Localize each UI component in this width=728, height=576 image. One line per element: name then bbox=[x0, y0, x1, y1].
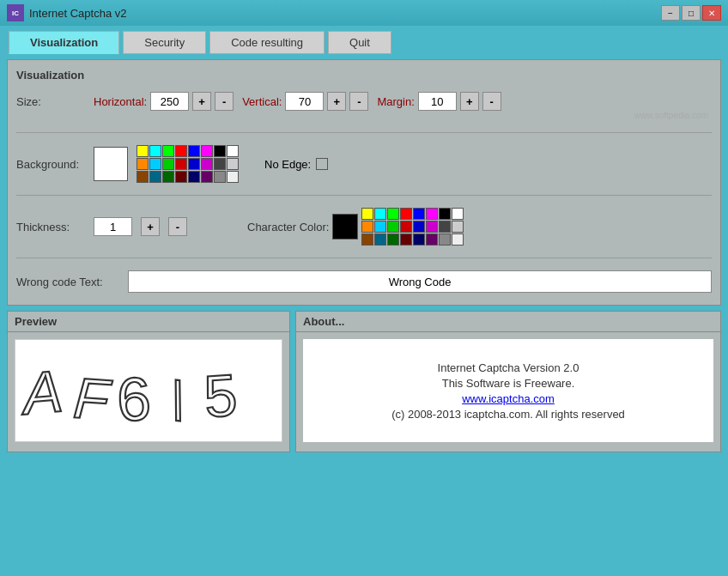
color-cell[interactable] bbox=[188, 145, 200, 157]
color-cell[interactable] bbox=[400, 208, 412, 220]
background-row: Background: No Edge: bbox=[16, 145, 712, 183]
color-cell[interactable] bbox=[374, 221, 386, 233]
color-cell[interactable] bbox=[162, 158, 174, 170]
title-bar: IC Internet Captcha v2 − □ ✕ bbox=[0, 0, 728, 26]
background-palette[interactable] bbox=[136, 145, 239, 183]
about-inner: Internet Captcha Version 2.0 This Softwa… bbox=[303, 339, 713, 442]
color-cell[interactable] bbox=[400, 233, 412, 246]
color-cell[interactable] bbox=[175, 145, 187, 157]
thickness-input[interactable] bbox=[94, 217, 132, 236]
horizontal-label: Horizontal: bbox=[94, 95, 147, 108]
vertical-label: Vertical: bbox=[242, 95, 282, 108]
margin-input[interactable] bbox=[418, 92, 457, 111]
color-cell[interactable] bbox=[214, 145, 226, 157]
tab-quit[interactable]: Quit bbox=[328, 31, 391, 54]
thickness-plus[interactable]: + bbox=[141, 217, 160, 236]
wrong-code-row: Wrong code Text: bbox=[16, 270, 712, 293]
background-label: Background: bbox=[16, 158, 85, 171]
preview-panel: Preview A F 6 \ 5 bbox=[7, 311, 290, 452]
vertical-plus[interactable]: + bbox=[327, 92, 346, 111]
color-cell[interactable] bbox=[439, 208, 451, 220]
color-cell[interactable] bbox=[162, 171, 174, 183]
color-cell[interactable] bbox=[387, 233, 399, 246]
maximize-button[interactable]: □ bbox=[682, 5, 701, 21]
horizontal-minus[interactable]: - bbox=[215, 92, 234, 111]
color-cell[interactable] bbox=[149, 171, 161, 183]
tab-visualization[interactable]: Visualization bbox=[9, 31, 119, 54]
color-cell[interactable] bbox=[188, 158, 200, 170]
color-cell[interactable] bbox=[374, 208, 386, 220]
color-cell[interactable] bbox=[162, 145, 174, 157]
color-cell[interactable] bbox=[188, 171, 200, 183]
svg-text:6: 6 bbox=[115, 364, 152, 434]
no-edge-label: No Edge: bbox=[264, 158, 311, 171]
color-cell[interactable] bbox=[175, 171, 187, 183]
color-cell[interactable] bbox=[426, 208, 438, 220]
color-cell[interactable] bbox=[201, 171, 213, 183]
title-bar-left: IC Internet Captcha v2 bbox=[7, 4, 126, 21]
color-cell[interactable] bbox=[426, 221, 438, 233]
wrong-code-input[interactable] bbox=[128, 270, 712, 293]
color-cell[interactable] bbox=[452, 221, 464, 233]
about-link[interactable]: www.icaptcha.com bbox=[462, 392, 555, 405]
char-color-swatch[interactable] bbox=[332, 214, 358, 239]
char-color-label: Character Color: bbox=[247, 221, 329, 233]
tab-code-resulting[interactable]: Code resulting bbox=[209, 31, 325, 54]
color-cell[interactable] bbox=[149, 145, 161, 157]
wrong-code-label: Wrong code Text: bbox=[16, 276, 119, 288]
color-cell[interactable] bbox=[227, 171, 239, 183]
color-cell[interactable] bbox=[387, 221, 399, 233]
color-cell[interactable] bbox=[413, 233, 425, 246]
thickness-label: Thickness: bbox=[16, 221, 85, 233]
minimize-button[interactable]: − bbox=[661, 5, 680, 21]
horizontal-plus[interactable]: + bbox=[192, 92, 211, 111]
color-cell[interactable] bbox=[214, 158, 226, 170]
color-cell[interactable] bbox=[201, 158, 213, 170]
color-cell[interactable] bbox=[227, 158, 239, 170]
margin-plus[interactable]: + bbox=[460, 92, 479, 111]
color-cell[interactable] bbox=[214, 171, 226, 183]
color-cell[interactable] bbox=[413, 208, 425, 220]
bottom-area: Preview A F 6 \ 5 About... Internet Capt… bbox=[7, 311, 721, 452]
tab-security[interactable]: Security bbox=[123, 31, 206, 54]
color-cell[interactable] bbox=[175, 158, 187, 170]
color-cell[interactable] bbox=[361, 221, 373, 233]
size-label: Size: bbox=[16, 95, 85, 108]
color-cell[interactable] bbox=[361, 208, 373, 220]
horizontal-input[interactable] bbox=[150, 92, 189, 111]
color-cell[interactable] bbox=[149, 158, 161, 170]
margin-minus[interactable]: - bbox=[482, 92, 501, 111]
color-cell[interactable] bbox=[400, 221, 412, 233]
window-controls: − □ ✕ bbox=[661, 5, 721, 21]
close-button[interactable]: ✕ bbox=[702, 5, 721, 21]
about-line1: Internet Captcha Version 2.0 bbox=[438, 361, 579, 374]
char-color-palette[interactable] bbox=[361, 208, 464, 246]
about-line2: This Software is Freeware. bbox=[442, 377, 575, 390]
color-cell[interactable] bbox=[136, 145, 149, 157]
window-title: Internet Captcha v2 bbox=[29, 7, 126, 20]
about-panel: About... Internet Captcha Version 2.0 Th… bbox=[295, 311, 721, 452]
color-cell[interactable] bbox=[136, 158, 149, 170]
color-cell[interactable] bbox=[452, 233, 464, 246]
preview-inner: A F 6 \ 5 bbox=[15, 339, 282, 442]
color-cell[interactable] bbox=[439, 221, 451, 233]
thickness-minus[interactable]: - bbox=[168, 217, 187, 236]
color-cell[interactable] bbox=[227, 145, 239, 157]
color-cell[interactable] bbox=[387, 208, 399, 220]
background-color-swatch[interactable] bbox=[94, 147, 128, 181]
color-cell[interactable] bbox=[452, 208, 464, 220]
margin-group: Margin: + - bbox=[377, 92, 500, 111]
color-cell[interactable] bbox=[439, 233, 451, 246]
color-cell[interactable] bbox=[413, 221, 425, 233]
color-cell[interactable] bbox=[361, 233, 373, 246]
color-cell[interactable] bbox=[201, 145, 213, 157]
color-cell[interactable] bbox=[374, 233, 386, 246]
color-cell[interactable] bbox=[136, 171, 149, 183]
color-cell[interactable] bbox=[426, 233, 438, 246]
vertical-minus[interactable]: - bbox=[349, 92, 368, 111]
app-icon: IC bbox=[7, 4, 24, 21]
vertical-input[interactable] bbox=[285, 92, 324, 111]
no-edge-checkbox[interactable] bbox=[316, 158, 328, 170]
svg-text:5: 5 bbox=[202, 361, 239, 429]
vertical-group: Vertical: + - bbox=[242, 92, 368, 111]
